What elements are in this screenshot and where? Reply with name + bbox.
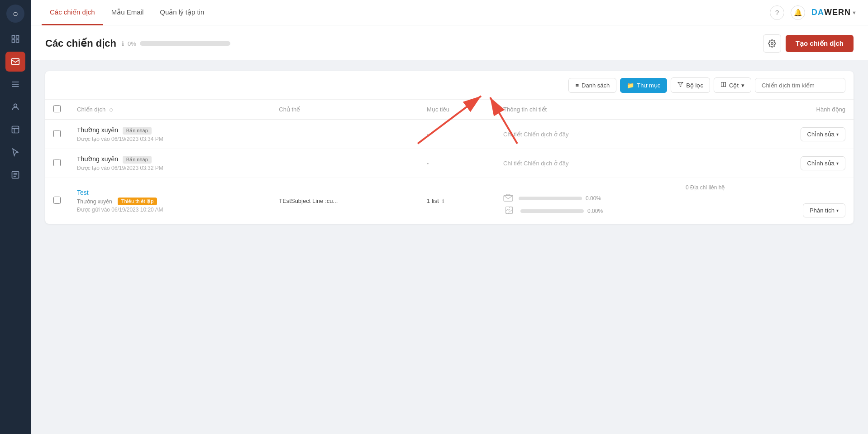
row3-contacts-count: 0 Địa chỉ liên hệ <box>503 184 725 191</box>
topnav-right: ? 🔔 DAWERN ▼ <box>770 5 857 20</box>
sort-icon[interactable]: ◇ <box>109 106 113 113</box>
chevron-down-icon: ▾ <box>836 132 839 137</box>
row1-name: Thường xuyên <box>77 126 118 134</box>
row3-target-cell: 1 list ℹ <box>419 178 495 224</box>
sidebar-item-tasks[interactable] <box>5 165 25 185</box>
row3-checkbox-cell <box>45 178 69 224</box>
row1-action-button[interactable]: Chỉnh sửa ▾ <box>801 127 845 141</box>
svg-rect-4 <box>12 58 19 64</box>
brand-logo: DAWERN ▼ <box>811 8 857 17</box>
row3-type: Thường xuyên <box>77 198 112 205</box>
progress-text: 0% <box>128 40 136 47</box>
svg-rect-23 <box>724 82 725 87</box>
row1-checkbox[interactable] <box>53 130 61 137</box>
header-checkbox-cell <box>45 100 69 120</box>
row3-campaign-cell: Test Thường xuyên Thiếu thiết lập Được g… <box>69 178 271 224</box>
sidebar-item-list[interactable] <box>5 74 25 94</box>
svg-rect-1 <box>16 36 19 39</box>
row2-detail-cell: Chi tiết Chiến dịch ở đây <box>495 149 733 178</box>
row2-checkbox-cell <box>45 149 69 178</box>
row3-name[interactable]: Test <box>77 189 89 196</box>
columns-button[interactable]: Cột ▾ <box>714 77 751 93</box>
stat2-bar <box>520 209 584 213</box>
columns-icon <box>720 82 726 89</box>
svg-rect-22 <box>721 82 723 87</box>
stat1-label: 0.00% <box>586 195 606 202</box>
folder-view-button[interactable]: 📁 Thư mục <box>620 78 667 93</box>
row3-subject-cell: TEstSubject Line :cu... <box>271 178 419 224</box>
table-row: Test Thường xuyên Thiếu thiết lập Được g… <box>45 178 854 224</box>
row3-action-button[interactable]: Phân tích ▾ <box>803 203 845 217</box>
svg-point-16 <box>771 43 773 45</box>
row1-detail-link[interactable]: Chi tiết Chiến dịch ở đây <box>503 131 568 138</box>
table-row: Thường xuyên Bản nháp Được tạo vào 06/19… <box>45 120 854 149</box>
create-campaign-button[interactable]: Tạo chiến dịch <box>786 35 854 52</box>
row3-detail-cell: 0 Địa chỉ liên hệ 0.00% <box>495 178 733 224</box>
list-view-button[interactable]: ≡ Danh sách <box>568 78 616 93</box>
row3-stat1: 0.00% <box>503 193 725 204</box>
row1-checkbox-cell <box>45 120 69 149</box>
row1-detail-cell: Chi tiết Chiến dịch ở đây <box>495 120 733 149</box>
select-all-checkbox[interactable] <box>53 105 61 112</box>
row2-checkbox[interactable] <box>53 159 61 166</box>
tab-file-management[interactable]: Quản lý tập tin <box>152 0 212 25</box>
row2-action-button[interactable]: Chỉnh sửa ▾ <box>801 156 845 170</box>
folder-icon: 📁 <box>627 82 634 89</box>
row3-checkbox[interactable] <box>53 197 61 204</box>
sidebar-item-reports[interactable] <box>5 120 25 140</box>
chevron-down-icon: ▾ <box>836 208 839 213</box>
svg-rect-9 <box>12 126 19 133</box>
chevron-down-icon: ▾ <box>741 82 744 89</box>
svg-rect-0 <box>12 36 15 39</box>
settings-button[interactable] <box>763 34 781 53</box>
row2-date: Được tạo vào 06/19/2023 03:32 PM <box>77 165 262 171</box>
row2-subject-cell <box>271 149 419 178</box>
row1-action-cell: Chỉnh sửa ▾ <box>733 120 854 149</box>
row1-campaign-cell: Thường xuyên Bản nháp Được tạo vào 06/19… <box>69 120 271 149</box>
sidebar-item-email[interactable] <box>5 52 25 72</box>
info-icon: ℹ <box>442 198 444 204</box>
row2-name: Thường xuyên <box>77 155 118 163</box>
stat2-label: 0.00% <box>587 208 608 214</box>
tab-email-templates[interactable]: Mẫu Email <box>103 0 152 25</box>
table-row: Thường xuyên Bản nháp Được tạo vào 06/19… <box>45 149 854 178</box>
list-icon: ≡ <box>575 82 579 89</box>
sidebar-item-contacts[interactable] <box>5 97 25 117</box>
svg-point-8 <box>14 104 17 107</box>
row3-badge: Thiếu thiết lập <box>118 198 157 205</box>
table-header-row: Chiến dịch ◇ Chủ thể Mục tiêu Thông tin … <box>45 100 854 120</box>
content-area: ≡ Danh sách 📁 Thư mục Bộ lọc <box>31 60 868 434</box>
filter-button[interactable]: Bộ lọc <box>671 77 710 93</box>
bell-icon[interactable]: 🔔 <box>791 5 805 20</box>
row1-date: Được tạo vào 06/19/2023 03:34 PM <box>77 136 262 142</box>
row3-action-cell: Phân tích ▾ <box>733 178 854 224</box>
row3-date: Được gửi vào 06/19/2023 10:20 AM <box>77 207 262 213</box>
search-input[interactable] <box>755 78 845 93</box>
svg-rect-3 <box>16 40 19 43</box>
row2-action-cell: Chỉnh sửa ▾ <box>733 149 854 178</box>
stat1-bar <box>519 197 582 200</box>
page-header: Các chiến dịch ℹ 0% Tạo chiến dịch <box>31 25 868 60</box>
header-action: Hành động <box>733 100 854 120</box>
sidebar-logo[interactable]: ○ <box>6 5 24 23</box>
main-content: Các chiến dịch Mẫu Email Quản lý tập tin… <box>31 0 868 434</box>
row3-stat2: 0.00% <box>503 206 725 216</box>
row2-detail-link[interactable]: Chi tiết Chiến dịch ở đây <box>503 160 568 167</box>
row1-target-cell: - <box>419 120 495 149</box>
progress-bar <box>140 41 230 46</box>
row2-target-cell: - <box>419 149 495 178</box>
campaigns-table-card: ≡ Danh sách 📁 Thư mục Bộ lọc <box>45 71 854 224</box>
header-subject: Chủ thể <box>271 100 419 120</box>
sidebar-item-dashboard[interactable] <box>5 29 25 49</box>
topnav: Các chiến dịch Mẫu Email Quản lý tập tin… <box>31 0 868 25</box>
filter-icon <box>677 82 683 89</box>
email-open-icon <box>503 193 513 204</box>
header-campaign: Chiến dịch ◇ <box>69 100 271 120</box>
row2-badge: Bản nháp <box>123 156 152 164</box>
help-icon[interactable]: ? <box>770 5 784 20</box>
sidebar-item-cursor[interactable] <box>5 142 25 162</box>
row1-subject-cell <box>271 120 419 149</box>
chevron-down-icon: ▾ <box>836 161 839 166</box>
tab-campaigns[interactable]: Các chiến dịch <box>42 0 103 25</box>
table-toolbar: ≡ Danh sách 📁 Thư mục Bộ lọc <box>45 71 854 100</box>
